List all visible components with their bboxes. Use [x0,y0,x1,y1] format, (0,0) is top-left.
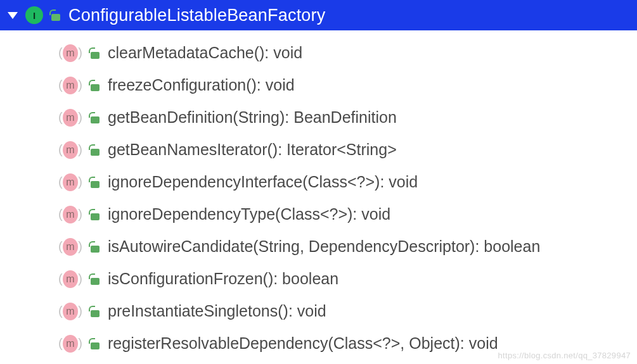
method-badge-letter: m [66,144,74,156]
method-signature: getBeanDefinition(String): BeanDefinitio… [108,108,397,127]
method-badge-letter: m [66,241,74,253]
method-badge-letter: m [66,47,74,59]
method-badge-icon: (m) [61,141,80,160]
method-badge-icon: (m) [61,334,80,353]
method-row[interactable]: (m)ignoreDependencyInterface(Class<?>): … [0,166,637,198]
collapse-arrow-icon[interactable] [8,12,18,19]
method-badge-letter: m [66,306,74,317]
method-badge-letter: m [66,112,74,123]
method-signature: ignoreDependencyType(Class<?>): void [108,205,390,223]
method-signature: preInstantiateSingletons(): void [108,302,326,320]
method-row[interactable]: (m)clearMetadataCache(): void [0,37,637,69]
unlock-icon [90,273,100,285]
method-badge-icon: (m) [61,270,80,289]
method-badge-letter: m [66,177,74,188]
method-badge-letter: m [66,80,74,91]
method-signature: ignoreDependencyInterface(Class<?>): voi… [108,173,418,191]
method-signature: freezeConfiguration(): void [108,76,295,94]
method-badge-icon: (m) [61,302,80,321]
method-row[interactable]: (m)ignoreDependencyType(Class<?>): void [0,198,637,230]
interface-header[interactable]: I ConfigurableListableBeanFactory [0,0,637,30]
unlock-icon [90,338,100,349]
unlock-icon [90,47,100,59]
method-badge-icon: (m) [61,108,80,127]
method-signature: registerResolvableDependency(Class<?>, O… [108,334,498,353]
method-row[interactable]: (m)getBeanDefinition(String): BeanDefini… [0,101,637,134]
method-badge-icon: (m) [61,205,80,224]
method-signature: isAutowireCandidate(String, DependencyDe… [108,237,540,256]
unlock-icon [90,112,100,123]
method-row[interactable]: (m)preInstantiateSingletons(): void [0,295,637,327]
method-row[interactable]: (m)isAutowireCandidate(String, Dependenc… [0,230,637,263]
unlock-icon [90,241,100,253]
unlock-icon [90,306,100,317]
interface-badge-letter: I [33,10,35,21]
method-badge-letter: m [66,209,74,220]
method-badge-icon: (m) [61,173,80,192]
method-row[interactable]: (m)freezeConfiguration(): void [0,69,637,101]
method-row[interactable]: (m)isConfigurationFrozen(): boolean [0,263,637,295]
method-badge-icon: (m) [61,76,80,95]
unlock-icon [90,80,100,91]
method-row[interactable]: (m)getBeanNamesIterator(): Iterator<Stri… [0,134,637,166]
method-badge-letter: m [66,273,74,285]
method-signature: isConfigurationFrozen(): boolean [108,270,338,288]
unlock-icon [90,209,100,220]
method-badge-icon: (m) [61,237,80,256]
unlock-icon [51,9,61,21]
unlock-icon [90,144,100,156]
interface-badge-icon: I [25,6,43,24]
method-list: (m)clearMetadataCache(): void(m)freezeCo… [0,30,637,360]
unlock-icon [90,177,100,188]
method-badge-letter: m [66,338,74,349]
method-badge-icon: (m) [61,44,80,63]
watermark: https://blog.csdn.net/qq_37829947 [498,351,631,360]
interface-name: ConfigurableListableBeanFactory [68,6,325,25]
method-signature: clearMetadataCache(): void [108,44,302,62]
method-signature: getBeanNamesIterator(): Iterator<String> [108,141,397,159]
